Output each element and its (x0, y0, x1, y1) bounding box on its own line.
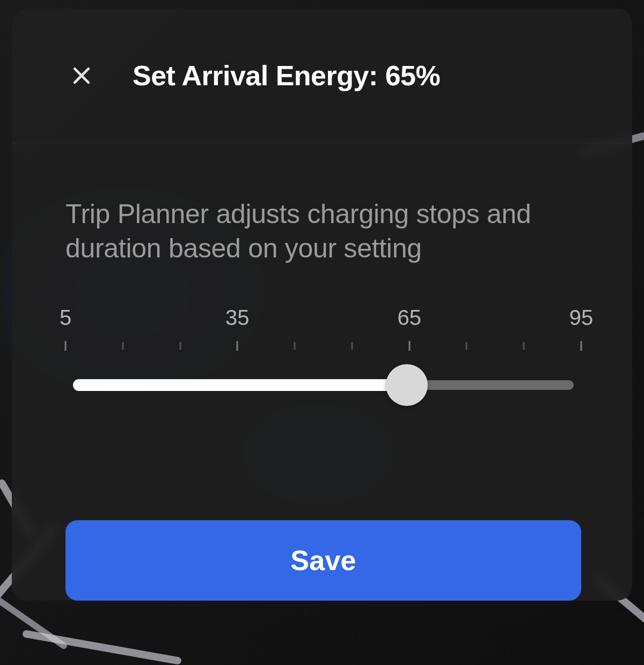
save-button[interactable]: Save (65, 520, 581, 601)
description-text: Trip Planner adjusts charging stops and … (65, 197, 581, 265)
slider-track[interactable] (65, 364, 581, 407)
modal-title: Set Arrival Energy: 65% (133, 60, 440, 92)
slider-ticks (65, 339, 581, 354)
save-button-label: Save (290, 544, 356, 577)
modal-content: Trip Planner adjusts charging stops and … (12, 143, 632, 450)
slider-thumb[interactable] (386, 364, 428, 406)
slider-tick-labels: 5356595 (65, 306, 581, 332)
modal-header: Set Arrival Energy: 65% (12, 9, 632, 143)
close-icon (70, 64, 93, 87)
slider-tick-label: 65 (397, 306, 421, 330)
slider-tick-label: 35 (225, 306, 250, 330)
close-button[interactable] (68, 62, 95, 89)
slider-tick-label: 95 (569, 306, 594, 330)
slider-tick-label: 5 (60, 306, 71, 330)
arrival-energy-modal: Set Arrival Energy: 65% Trip Planner adj… (12, 9, 632, 601)
energy-slider[interactable]: 5356595 (65, 306, 581, 407)
slider-track-fill (73, 379, 417, 391)
